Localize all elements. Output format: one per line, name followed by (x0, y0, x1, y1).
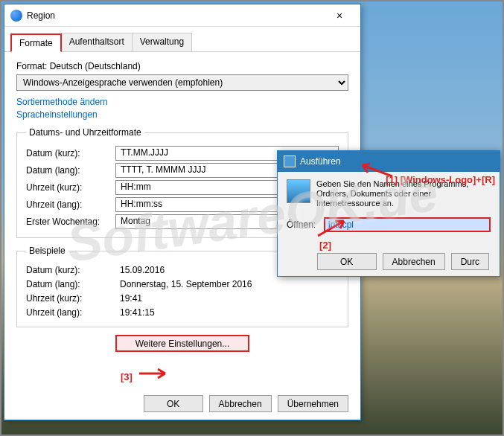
cancel-button[interactable]: Abbrechen (209, 395, 272, 412)
ex-label: Uhrzeit (lang): (26, 307, 115, 318)
program-icon (287, 179, 310, 203)
ex-label: Datum (lang): (26, 279, 115, 289)
arrow-icon (314, 217, 351, 240)
field-label: Datum (lang): (26, 165, 115, 176)
run-browse-button[interactable]: Durc (451, 253, 489, 270)
link-sortier[interactable]: Sortiermethode ändern (16, 97, 348, 107)
arrow-icon (135, 366, 173, 381)
titlebar[interactable]: Region × (4, 4, 360, 27)
tab-formate[interactable]: Formate (10, 33, 62, 52)
ok-button[interactable]: OK (144, 395, 203, 412)
format-combo[interactable]: Windows-Anzeigesprache verwenden (empfoh… (16, 74, 348, 91)
annotation-1: [1] [Windows-Logo]+[R] (386, 174, 495, 185)
tabs: Formate Aufenthaltsort Verwaltung (4, 27, 360, 52)
annotation-3: [3] (121, 371, 133, 382)
ex-label: Uhrzeit (kurz): (26, 293, 115, 304)
tab-aufenthaltsort[interactable]: Aufenthaltsort (61, 33, 133, 51)
window-title: Region (27, 10, 325, 21)
field-label: Uhrzeit (lang): (26, 199, 115, 210)
ex-label: Datum (kurz): (26, 265, 115, 275)
examples-legend: Beispiele (26, 246, 68, 256)
close-icon[interactable]: × (325, 10, 354, 22)
field-label: Uhrzeit (kurz): (26, 182, 115, 193)
apply-button[interactable]: Übernehmen (278, 395, 348, 412)
format-label: Format: Deutsch (Deutschland) (16, 61, 348, 71)
globe-icon (10, 10, 22, 22)
field-label: Erster Wochentag: (26, 217, 115, 227)
link-sprache[interactable]: Spracheinstellungen (16, 109, 348, 120)
run-ok-button[interactable]: OK (317, 253, 377, 270)
run-cancel-button[interactable]: Abbrechen (383, 253, 445, 270)
ex-value: Donnerstag, 15. September 2016 (115, 278, 339, 290)
tab-verwaltung[interactable]: Verwaltung (132, 33, 192, 51)
ex-value: 19:41 (115, 292, 339, 304)
more-settings-button[interactable]: Weitere Einstellungen... (115, 335, 249, 352)
field-label: Datum (kurz): (26, 148, 115, 158)
ex-value: 19:41:15 (115, 307, 339, 318)
annotation-2: [2] (319, 240, 331, 251)
run-icon (284, 156, 296, 167)
run-title-text: Ausführen (300, 156, 341, 167)
datetime-formats-legend: Datums- und Uhrzeitformate (26, 127, 144, 138)
